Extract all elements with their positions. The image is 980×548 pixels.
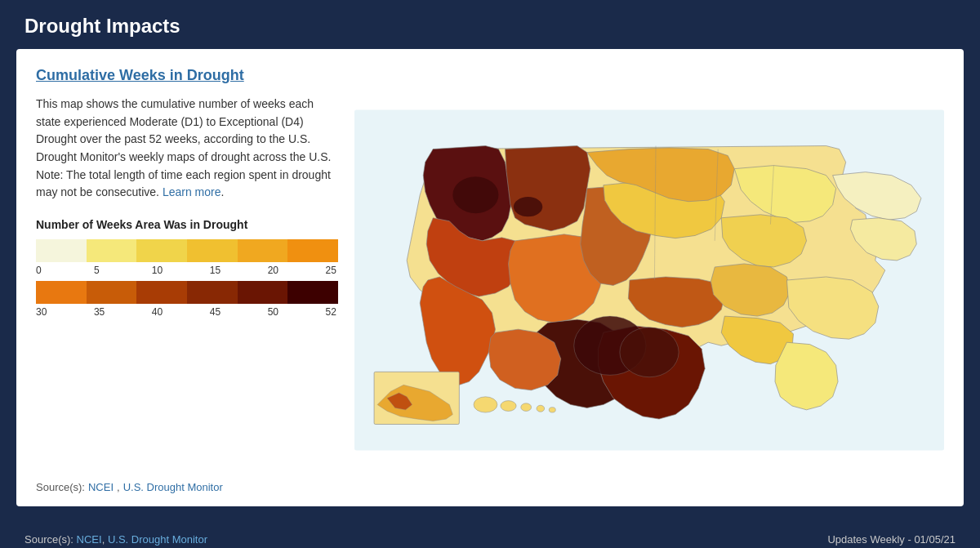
legend-swatch-35 [87, 281, 137, 304]
learn-more-link[interactable]: Learn more [163, 185, 221, 198]
legend-title: Number of Weeks Area Was in Drought [36, 218, 338, 231]
footer-source: Source(s): NCEI, U.S. Drought Monitor [36, 474, 338, 493]
main-card: Cumulative Weeks in Drought This map sho… [16, 49, 964, 506]
section-title[interactable]: Cumulative Weeks in Drought [36, 67, 338, 84]
legend-swatch-5 [87, 239, 137, 262]
legend-bar-bottom [36, 281, 338, 304]
legend-swatch-20 [238, 239, 288, 262]
legend-swatch-25 [287, 239, 338, 262]
right-panel [354, 67, 944, 493]
legend-labels-bottom: 30 35 40 45 50 52 [36, 306, 338, 318]
legend-top: 0 5 10 15 20 25 [36, 239, 338, 276]
legend-swatch-50 [238, 281, 288, 304]
legend-bar-top [36, 239, 338, 262]
header: Drought Impacts [0, 0, 980, 49]
left-panel: Cumulative Weeks in Drought This map sho… [36, 67, 338, 493]
svg-point-11 [620, 327, 679, 377]
legend-swatch-30 [36, 281, 87, 304]
source-drought-link[interactable]: U.S. Drought Monitor [108, 533, 207, 546]
svg-point-12 [514, 197, 542, 216]
svg-point-9 [549, 408, 555, 412]
page-title: Drought Impacts [24, 15, 180, 37]
drought-monitor-link[interactable]: U.S. Drought Monitor [123, 481, 223, 493]
legend-swatch-40 [136, 281, 187, 304]
update-label: Updates Weekly - 01/05/21 [827, 533, 956, 546]
svg-point-8 [537, 405, 545, 412]
us-drought-map [354, 67, 944, 493]
map-container [354, 67, 944, 493]
legend-bottom: 30 35 40 45 50 52 [36, 281, 338, 318]
source-label: Source(s): NCEI, U.S. Drought Monitor [24, 533, 207, 546]
legend-swatch-10 [136, 239, 187, 262]
svg-point-5 [474, 397, 497, 412]
svg-point-7 [521, 403, 532, 412]
source-ncei-link[interactable]: NCEI [77, 533, 102, 546]
bottom-bar: Source(s): NCEI, U.S. Drought Monitor Up… [0, 523, 980, 548]
legend-labels-top: 0 5 10 15 20 25 [36, 265, 338, 276]
source-bar: Source(s): NCEI, U.S. Drought Monitor [24, 532, 207, 546]
ncei-link[interactable]: NCEI [88, 481, 114, 493]
legend-swatch-15 [187, 239, 238, 262]
svg-point-6 [501, 401, 516, 412]
legend-swatch-0 [36, 239, 87, 262]
legend-swatch-45 [187, 281, 238, 304]
legend-swatch-52 [287, 281, 338, 304]
description: This map shows the cumulative number of … [36, 96, 338, 202]
svg-point-13 [452, 176, 498, 213]
